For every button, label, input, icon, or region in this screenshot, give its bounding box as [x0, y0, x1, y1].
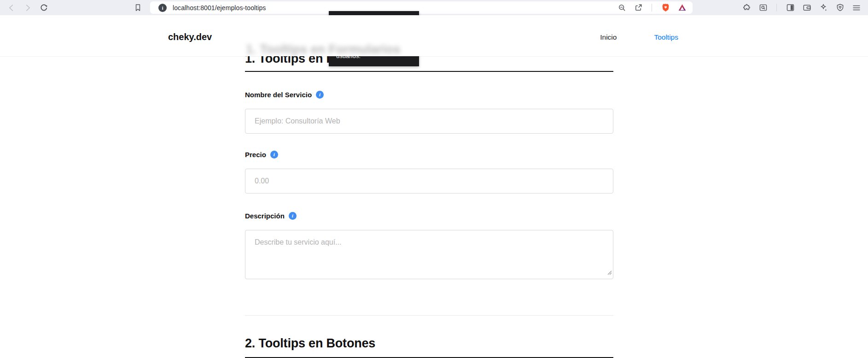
- menu-button[interactable]: [851, 2, 862, 14]
- sparkle-icon: [819, 3, 828, 12]
- info-icon[interactable]: i: [270, 151, 278, 158]
- field-nombre-servicio: Nombre del Servicio i: [245, 90, 613, 134]
- extensions-button[interactable]: [740, 2, 752, 14]
- precio-label: Precio: [245, 151, 266, 158]
- nombre-servicio-label: Nombre del Servicio: [245, 91, 312, 99]
- zoom-out-button[interactable]: [616, 2, 628, 14]
- hamburger-menu-icon: [851, 3, 862, 13]
- puzzle-icon: [742, 3, 751, 12]
- forward-button[interactable]: [22, 2, 34, 14]
- bookmark-button[interactable]: [132, 2, 144, 14]
- page-content: 1. Tooltips en Formularios Nombre del Se…: [245, 56, 613, 358]
- section-divider: [245, 315, 613, 316]
- bookmark-icon: [133, 3, 143, 12]
- precio-input[interactable]: [245, 169, 613, 194]
- forward-arrow-icon: [23, 3, 33, 13]
- window-search-icon: [758, 3, 768, 12]
- bat-triangle-icon: [677, 3, 687, 12]
- reload-icon: [39, 3, 49, 13]
- nombre-servicio-input[interactable]: [245, 109, 613, 134]
- brave-shields-button[interactable]: [659, 2, 671, 14]
- site-header: cheky.dev Inicio Tooltips: [0, 15, 868, 56]
- back-arrow-icon: [6, 3, 17, 13]
- toolbar-separator: [776, 4, 777, 12]
- url-text[interactable]: localhost:8001/ejemplos-tooltips: [173, 4, 266, 12]
- brave-shield-icon: [661, 3, 670, 12]
- vpn-shield-icon: [835, 3, 845, 12]
- section1-heading-wrap: 1. Tooltips en Formularios: [245, 56, 613, 72]
- nav-link-inicio[interactable]: Inicio: [600, 33, 617, 41]
- descripcion-textarea[interactable]: [245, 230, 613, 279]
- brave-rewards-button[interactable]: [676, 2, 688, 14]
- wallet-icon: [802, 3, 812, 12]
- nav-link-tooltips[interactable]: Tooltips: [654, 33, 678, 41]
- zoom-out-icon: [617, 3, 627, 12]
- info-icon[interactable]: i: [316, 91, 324, 99]
- sidebar-toggle-button[interactable]: [784, 2, 796, 14]
- main-nav: Inicio Tooltips: [600, 33, 678, 41]
- section2-heading-wrap: 2. Tooltips en Botones: [245, 335, 613, 358]
- section2-title: 2. Tooltips en Botones: [245, 335, 613, 352]
- site-info-icon[interactable]: i: [158, 4, 167, 12]
- brand-logo[interactable]: cheky.dev: [168, 32, 212, 42]
- field-precio: Precio i: [245, 150, 613, 194]
- descripcion-label: Descripción: [245, 212, 285, 220]
- browser-toolbar: i localhost:8001/ejemplos-tooltips: [0, 0, 868, 15]
- sidebar-icon: [786, 3, 795, 12]
- field-descripcion: Descripción i: [245, 211, 613, 279]
- leo-ai-button[interactable]: [817, 2, 829, 14]
- vpn-button[interactable]: [834, 2, 846, 14]
- toolbar-separator: [652, 4, 652, 12]
- wallet-button[interactable]: [801, 2, 813, 14]
- back-button[interactable]: [6, 2, 17, 14]
- section1-title: 1. Tooltips en Formularios: [245, 56, 613, 67]
- share-button[interactable]: [632, 2, 644, 14]
- url-bar[interactable]: i localhost:8001/ejemplos-tooltips: [150, 1, 693, 14]
- reload-button[interactable]: [38, 2, 50, 14]
- info-icon[interactable]: i: [289, 212, 297, 220]
- search-tabs-button[interactable]: [757, 2, 769, 14]
- share-icon: [634, 3, 643, 12]
